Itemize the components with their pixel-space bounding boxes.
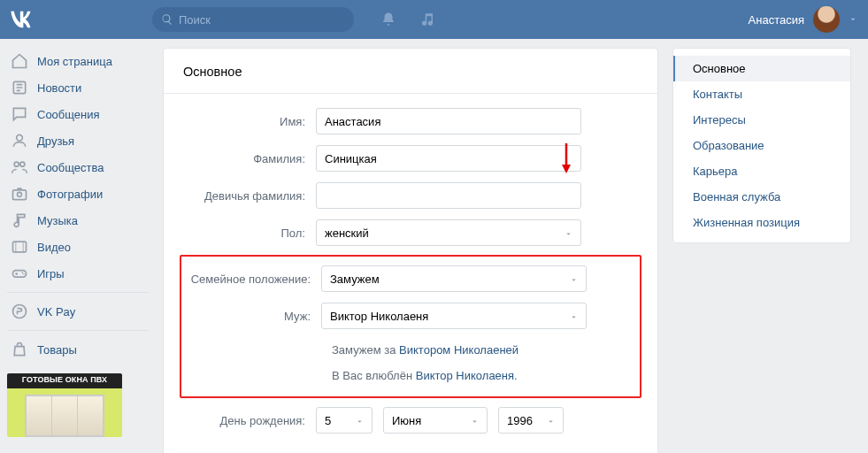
svg-point-9 — [23, 273, 25, 275]
search-placeholder: Поиск — [179, 13, 211, 27]
surname-field[interactable]: Синицкая — [316, 145, 581, 172]
name-field[interactable]: Анастасия — [316, 108, 581, 134]
settings-form: Имя: Анастасия Фамилия: Синицкая Девичья… — [164, 94, 657, 434]
svg-point-1 — [17, 134, 23, 141]
search-icon — [161, 13, 173, 26]
chevron-down-icon — [849, 15, 857, 24]
nav-messages[interactable]: Сообщения — [7, 101, 149, 127]
video-icon — [11, 238, 28, 256]
chevron-down-icon — [471, 418, 479, 426]
nav-vkpay[interactable]: VK Pay — [7, 298, 149, 325]
section-title: Основное — [164, 49, 657, 94]
surname-label: Фамилия: — [183, 152, 316, 165]
nav-news[interactable]: Новости — [7, 74, 149, 101]
relation-select[interactable]: Замужем — [321, 265, 587, 292]
in-love-line: В Вас влюблён Виктор Николаеня. — [332, 365, 633, 391]
nav-divider — [7, 292, 149, 293]
gamepad-icon — [11, 265, 28, 282]
home-icon — [11, 52, 28, 70]
vk-logo[interactable] — [7, 5, 35, 34]
sex-label: Пол: — [183, 226, 316, 240]
section-military[interactable]: Военная служба — [673, 184, 850, 210]
camera-icon — [11, 185, 28, 203]
relation-label: Семейное положение: — [188, 273, 321, 286]
svg-rect-4 — [13, 190, 27, 200]
section-general[interactable]: Основное — [673, 56, 850, 81]
svg-rect-6 — [13, 242, 27, 252]
nav-video[interactable]: Видео — [7, 234, 149, 260]
nav-my-page[interactable]: Моя страница — [7, 48, 149, 74]
nav-groups[interactable]: Сообщества — [7, 154, 149, 180]
search-input[interactable]: Поиск — [152, 7, 354, 32]
chevron-down-icon — [565, 230, 572, 238]
married-to-link[interactable]: Виктором Николаеней — [399, 343, 518, 357]
married-to-line: Замужем за Виктором Николаеней — [332, 340, 633, 365]
groups-icon — [11, 158, 28, 176]
header-icons — [380, 12, 435, 27]
svg-point-5 — [18, 192, 22, 196]
name-label: Имя: — [183, 115, 316, 128]
ad-banner[interactable]: ГОТОВЫЕ ОКНА ПВХ — [7, 373, 122, 437]
news-icon — [11, 79, 28, 96]
nav-goods[interactable]: Товары — [7, 336, 149, 363]
maiden-label: Девичья фамилия: — [183, 189, 316, 203]
user-menu[interactable]: Анастасия — [749, 6, 857, 33]
sex-select[interactable]: женский — [316, 219, 581, 246]
settings-form-card: Основное Имя: Анастасия Фамилия: Синицка… — [163, 48, 658, 453]
spouse-select[interactable]: Виктор Николаеня — [321, 303, 587, 329]
chevron-down-icon — [570, 276, 578, 284]
chevron-down-icon — [570, 313, 578, 321]
svg-point-2 — [14, 162, 19, 166]
friends-icon — [11, 132, 28, 150]
ad-text: ГОТОВЫЕ ОКНА ПВХ — [7, 373, 122, 386]
relationship-highlight-box: Семейное положение: Замужем Муж: Виктор … — [180, 255, 641, 398]
nav-divider — [7, 330, 149, 331]
chevron-down-icon — [356, 418, 364, 426]
nav-photos[interactable]: Фотографии — [7, 180, 149, 207]
nav-friends[interactable]: Друзья — [7, 127, 149, 154]
in-love-link[interactable]: Виктор Николаеня — [416, 369, 514, 382]
section-education[interactable]: Образование — [673, 133, 850, 158]
nav-music[interactable]: Музыка — [7, 207, 149, 234]
dob-label: День рождения: — [183, 414, 316, 427]
section-career[interactable]: Карьера — [673, 158, 850, 184]
svg-point-3 — [20, 162, 25, 166]
chevron-down-icon — [547, 418, 555, 426]
messages-icon — [11, 105, 28, 123]
dob-year-select[interactable]: 1996 — [498, 407, 564, 434]
ad-window-image — [25, 395, 104, 437]
left-nav: Моя страница Новости Сообщения Друзья Со… — [7, 48, 149, 453]
bell-icon[interactable] — [380, 12, 396, 27]
avatar — [813, 6, 840, 33]
pay-icon — [11, 303, 28, 320]
spouse-label: Муж: — [188, 310, 321, 323]
main-content: Основное Имя: Анастасия Фамилия: Синицка… — [163, 48, 861, 453]
music-icon — [11, 211, 28, 229]
dob-month-select[interactable]: Июня — [383, 407, 488, 434]
svg-point-8 — [22, 272, 24, 273]
nav-games[interactable]: Игры — [7, 260, 149, 287]
section-life-position[interactable]: Жизненная позиция — [673, 210, 850, 235]
user-name: Анастасия — [749, 13, 804, 27]
settings-sections-nav: Основное Контакты Интересы Образование К… — [672, 48, 851, 243]
dob-day-select[interactable]: 5 — [316, 407, 373, 434]
section-interests[interactable]: Интересы — [673, 107, 850, 133]
maiden-field[interactable] — [316, 182, 581, 209]
section-contacts[interactable]: Контакты — [673, 81, 850, 107]
music-note-icon[interactable] — [419, 12, 435, 27]
bag-icon — [11, 341, 28, 358]
header-bar: Поиск Анастасия — [0, 0, 868, 39]
